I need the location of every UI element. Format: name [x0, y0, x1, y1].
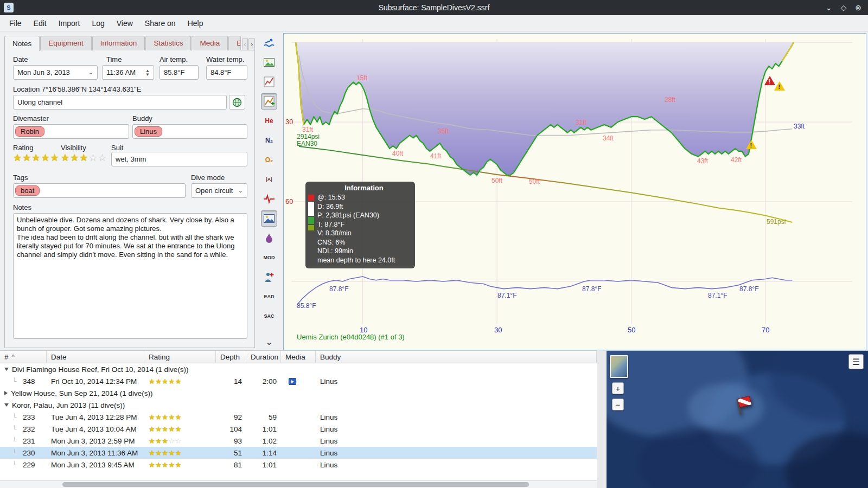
menu-help[interactable]: Help — [182, 16, 209, 30]
dive-buddy-cell: Linus — [316, 447, 597, 459]
toolbar-profile-scaled-icon[interactable] — [261, 93, 277, 110]
notes-textarea[interactable]: Unbelievable dive. Dozens and dozens of … — [13, 213, 247, 339]
dive-mode-select[interactable]: Open circuit ⌄ — [191, 183, 247, 198]
visibility-stars[interactable]: ★★★☆☆ — [61, 153, 107, 163]
tab-statistics[interactable]: Statistics — [145, 36, 191, 50]
dive-site-flag-marker[interactable] — [727, 394, 754, 421]
dive-duration-cell: 1:01 — [246, 459, 281, 471]
column-header-num[interactable]: #^ — [0, 351, 47, 363]
profile-label: 70 — [762, 326, 769, 333]
column-header-rating[interactable]: Rating — [144, 351, 216, 363]
divelist-dive-row[interactable]: └229Mon Jun 3, 2013 9:45 AM★★★★★811:01Li… — [0, 459, 597, 471]
warning-icon: ! — [746, 140, 757, 149]
globe-button[interactable] — [229, 95, 245, 110]
toolbar-dive-computer-icon[interactable] — [261, 35, 277, 51]
dive-number-cell: └348 — [0, 375, 47, 387]
tags-label: Tags — [13, 174, 28, 182]
profile-label: EAN30 — [297, 140, 317, 147]
tags-input[interactable]: boat — [13, 183, 186, 198]
tag-boat[interactable]: boat — [15, 185, 40, 196]
divelist-group-row[interactable]: Yellow House, Sun Sep 21, 2014 (1 dive(s… — [0, 387, 597, 399]
splitter[interactable] — [597, 350, 607, 488]
divelist-dive-row[interactable]: └230Mon Jun 3, 2013 11:36 AM★★★★★511:14L… — [0, 447, 597, 459]
buddy-tag[interactable]: Linus — [135, 126, 162, 137]
divelist-dive-row[interactable]: └348Fri Oct 10, 2014 12:34 PM★★★★★142:00… — [0, 375, 597, 387]
divelist-group-row[interactable]: Divi Flamingo House Reef, Fri Oct 10, 20… — [0, 363, 597, 375]
scrollbar-thumb[interactable] — [62, 482, 529, 487]
date-combobox[interactable]: Mon Jun 3, 2013 ⌄ — [13, 65, 98, 80]
divelist-dive-row[interactable]: └233Tue Jun 4, 2013 12:28 PM★★★★★9259Lin… — [0, 411, 597, 423]
map-menu-button[interactable]: ☰ — [848, 354, 864, 369]
dive-duration-cell: 2:00 — [246, 375, 281, 387]
tab-equipment[interactable]: Equipment — [40, 36, 92, 50]
map-widget[interactable]: + − ☰ — [607, 350, 868, 488]
time-label: Time — [106, 55, 122, 63]
toolbar-n2-toggle[interactable]: N₂ — [261, 132, 277, 149]
toolbar-scroll-down-icon[interactable]: ⌄ — [261, 334, 277, 350]
subsurface-window: S Subsurface: SampleDivesV2.ssrf ⌄ ◇ ⊗ F… — [0, 0, 868, 488]
tab-information[interactable]: Information — [92, 36, 145, 50]
toolbar-profile-chart-icon[interactable] — [261, 74, 277, 90]
toolbar-sac-toggle[interactable]: SAC — [261, 308, 277, 324]
toolbar-photos-icon[interactable] — [261, 54, 277, 70]
buddy-input[interactable]: Linus — [132, 124, 247, 139]
divelist-group-row[interactable]: Koror, Palau, Jun 2013 (11 dive(s)) — [0, 399, 597, 411]
menu-view[interactable]: View — [111, 16, 139, 30]
horizontal-scrollbar[interactable] — [0, 480, 597, 488]
toolbar-show-photos-toggle[interactable] — [261, 210, 277, 227]
expand-icon[interactable] — [4, 391, 8, 395]
tab-scroll-left-icon[interactable]: ‹ — [242, 38, 248, 50]
column-header-duration[interactable]: Duration — [246, 351, 281, 363]
divemaster-label: Divemaster — [13, 114, 49, 123]
profile-label: 41ft — [430, 153, 441, 160]
collapse-icon[interactable] — [4, 403, 9, 407]
maximize-icon[interactable]: ◇ — [840, 3, 846, 12]
toolbar-he-toggle[interactable]: He — [261, 113, 277, 129]
column-header-date[interactable]: Date — [47, 351, 144, 363]
map-overview-thumbnail[interactable] — [610, 355, 628, 378]
toolbar-mod-toggle[interactable]: MOD — [261, 249, 277, 266]
profile-label: 60 — [285, 198, 293, 205]
tab-media[interactable]: Media — [192, 36, 228, 50]
dive-media-cell — [281, 459, 316, 471]
collapse-icon[interactable] — [4, 368, 9, 371]
dive-rating-cell: ★★★★★ — [144, 411, 216, 423]
menu-import[interactable]: Import — [53, 16, 86, 30]
spinner-arrows-icon[interactable]: ▲▼ — [145, 69, 150, 76]
close-icon[interactable]: ⊗ — [855, 3, 861, 12]
menu-edit[interactable]: Edit — [28, 16, 53, 30]
menu-log[interactable]: Log — [86, 16, 110, 30]
zoom-out-button[interactable]: − — [612, 399, 624, 410]
time-spinner[interactable]: 11:36 AM ▲▼ — [102, 65, 154, 80]
divelist-dive-row[interactable]: └231Mon Jun 3, 2013 2:59 PM★★★☆☆931:02Li… — [0, 435, 597, 447]
air-temp-field[interactable]: 85.8°F — [159, 65, 199, 80]
rating-stars[interactable]: ★★★★★ — [13, 153, 60, 163]
water-temp-field[interactable]: 84.8°F — [206, 65, 247, 80]
profile-infobox: Information @: 15:53D: 36.9ftP: 2,381psi… — [305, 182, 415, 268]
media-icon[interactable] — [289, 378, 296, 385]
toolbar-heartrate-toggle[interactable] — [261, 191, 277, 207]
column-header-depth[interactable]: Depth — [216, 351, 246, 363]
tab-notes[interactable]: Notes — [4, 36, 40, 51]
divelist-dive-row[interactable]: └232Tue Jun 4, 2013 10:04 AM★★★★★1041:01… — [0, 423, 597, 435]
toolbar-air-toggle[interactable]: |A| — [261, 171, 277, 188]
divemaster-input[interactable]: Robin — [13, 124, 129, 139]
water-temp-label: Water temp. — [206, 55, 244, 63]
location-input[interactable]: Ulong channel — [13, 95, 227, 110]
toolbar-o2-toggle[interactable]: O₂ — [261, 152, 277, 168]
column-header-media[interactable]: Media — [281, 351, 316, 363]
tab-scroll-right-icon[interactable]: › — [248, 38, 255, 50]
zoom-in-button[interactable]: + — [612, 382, 624, 394]
dive-number-cell: └232 — [0, 423, 47, 435]
toolbar-deco-toggle[interactable] — [261, 269, 277, 285]
dive-depth-cell: 14 — [216, 375, 246, 387]
column-header-buddy[interactable]: Buddy — [316, 351, 597, 363]
divemaster-tag[interactable]: Robin — [15, 126, 44, 137]
menu-file[interactable]: File — [3, 16, 28, 30]
suit-input[interactable]: wet, 3mm — [111, 152, 247, 166]
minimize-icon[interactable]: ⌄ — [826, 3, 832, 12]
toolbar-ead-toggle[interactable]: EAD — [261, 288, 277, 305]
tab-e[interactable]: E — [228, 36, 240, 50]
menu-share-on[interactable]: Share on — [139, 16, 182, 30]
toolbar-ceiling-toggle[interactable] — [261, 230, 277, 246]
